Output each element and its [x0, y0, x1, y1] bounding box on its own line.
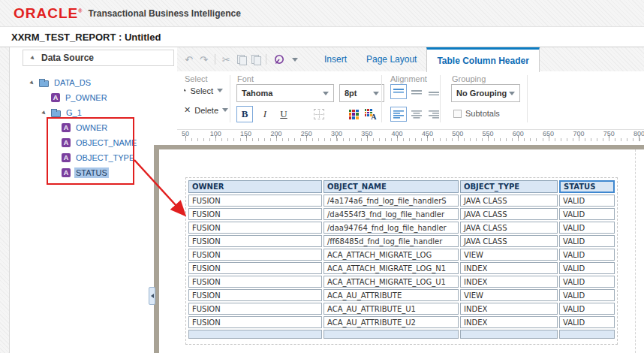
tree-item-p_owner[interactable]: AP_OWNER: [23, 90, 149, 105]
font-family-select[interactable]: Tahoma: [236, 84, 334, 102]
panel-collapse-handle[interactable]: [149, 287, 155, 305]
table-cell[interactable]: ACA_ATTACH_MIGRATE_LOG_N1: [324, 262, 459, 274]
tree-item-object_name[interactable]: AOBJECT_NAME: [23, 135, 149, 150]
tree-item-label[interactable]: OWNER: [74, 122, 109, 133]
table-cell[interactable]: ACA_ATTACH_MIGRATE_LOG_U1: [324, 276, 459, 288]
select-button[interactable]: Select: [184, 86, 223, 95]
table-cell[interactable]: /daa94764_fnd_log_file_handler: [324, 222, 459, 234]
undo-icon[interactable]: ↶: [185, 55, 193, 65]
table-cell[interactable]: VALID: [559, 276, 615, 288]
grouping-select[interactable]: No Grouping: [451, 84, 520, 102]
underline-button[interactable]: U: [275, 106, 292, 122]
copy-icon[interactable]: [237, 55, 245, 64]
table-cell[interactable]: VALID: [559, 208, 615, 220]
cursor-icon: [184, 86, 186, 95]
table-cell[interactable]: VALID: [559, 289, 615, 301]
tree-item-data_ds[interactable]: ▼DATA_DS: [23, 75, 149, 90]
tree-item-label[interactable]: OBJECT_TYPE: [74, 152, 136, 163]
table-cell[interactable]: VALID: [559, 222, 615, 234]
tab-insert[interactable]: Insert: [314, 47, 357, 71]
table-cell[interactable]: JAVA CLASS: [460, 235, 558, 247]
tree-item-object_type[interactable]: AOBJECT_TYPE: [23, 150, 149, 165]
table-cell[interactable]: FUSION: [188, 235, 322, 247]
tree-item-label[interactable]: P_OWNER: [64, 92, 109, 103]
footer-cell[interactable]: [559, 330, 615, 339]
table-cell[interactable]: FUSION: [188, 316, 322, 328]
tree-item-label[interactable]: DATA_DS: [53, 77, 92, 88]
column-header-object_name[interactable]: OBJECT_NAME: [324, 180, 459, 193]
valign-middle-icon: [411, 88, 422, 95]
column-header-owner[interactable]: OWNER: [188, 180, 322, 193]
table-cell[interactable]: VALID: [559, 249, 615, 261]
table-cell[interactable]: VALID: [559, 235, 615, 247]
background-color-button[interactable]: [345, 106, 362, 122]
table-cell[interactable]: FUSION: [188, 195, 322, 207]
table-cell[interactable]: FUSION: [188, 303, 322, 315]
cut-icon[interactable]: ✂: [222, 55, 230, 65]
dropdown-caret-icon[interactable]: [292, 58, 298, 62]
collapse-triangle-icon[interactable]: ▼: [28, 53, 38, 63]
footer-cell[interactable]: [460, 330, 558, 339]
tree-item-g_1[interactable]: ▼G_1: [23, 105, 149, 120]
tree-item-label[interactable]: STATUS: [74, 167, 109, 178]
tree-item-label[interactable]: OBJECT_NAME: [74, 137, 138, 148]
table-cell[interactable]: FUSION: [188, 289, 322, 301]
table-cell[interactable]: JAVA CLASS: [460, 208, 558, 220]
table-cell[interactable]: INDEX: [460, 316, 558, 328]
table-cell[interactable]: ACA_ATTACH_MIGRATE_LOG: [324, 249, 459, 261]
delete-button[interactable]: ✕ Delete: [184, 105, 223, 115]
italic-button[interactable]: I: [257, 106, 273, 122]
table-cell[interactable]: ACA_AU_ATTRIBUTE_U2: [324, 316, 459, 328]
tab-page-layout[interactable]: Page Layout: [357, 47, 426, 71]
table-cell[interactable]: FUSION: [188, 276, 322, 288]
table-cell[interactable]: VALID: [559, 316, 615, 328]
table-cell[interactable]: JAVA CLASS: [460, 195, 558, 207]
column-header-object_type[interactable]: OBJECT_TYPE: [460, 180, 558, 193]
data-options-icon[interactable]: [273, 53, 285, 65]
borders-button[interactable]: [311, 106, 327, 122]
table-cell[interactable]: VALID: [559, 262, 615, 274]
table-cell[interactable]: FUSION: [188, 208, 322, 220]
table-cell[interactable]: INDEX: [460, 262, 558, 274]
tree-item-label[interactable]: G_1: [65, 107, 83, 118]
report-table[interactable]: OWNEROBJECT_NAMEOBJECT_TYPESTATUSFUSION/…: [187, 179, 616, 340]
tree-item-status[interactable]: ASTATUS: [23, 165, 149, 180]
table-cell[interactable]: FUSION: [188, 249, 322, 261]
font-color-button[interactable]: A: [362, 106, 378, 122]
table-cell[interactable]: VIEW: [460, 289, 558, 301]
table-cell[interactable]: VALID: [559, 303, 615, 315]
tab-table-column-header[interactable]: Table Column Header: [426, 47, 539, 72]
table-cell[interactable]: JAVA CLASS: [460, 222, 558, 234]
table-cell[interactable]: VIEW: [460, 249, 558, 261]
subtotals-checkbox[interactable]: [453, 110, 462, 118]
valign-top-button[interactable]: [390, 84, 407, 99]
tree-item-owner[interactable]: AOWNER: [23, 120, 149, 135]
halign-left-button[interactable]: [390, 107, 407, 122]
redo-icon[interactable]: ↷: [200, 55, 208, 65]
table-cell[interactable]: INDEX: [460, 276, 558, 288]
table-cell[interactable]: /4a174a6_fnd_log_file_handlerS: [324, 195, 459, 207]
table-cell[interactable]: FUSION: [188, 262, 322, 274]
table-cell[interactable]: ACA_AU_ATTRIBUTE_U1: [324, 303, 459, 315]
expand-triangle-icon[interactable]: ▼: [27, 78, 37, 88]
group-divider: [440, 75, 441, 122]
footer-cell[interactable]: [188, 330, 322, 339]
font-size-select[interactable]: 8pt: [339, 84, 384, 102]
bold-button[interactable]: B: [236, 106, 253, 122]
valign-middle-button[interactable]: [408, 84, 425, 99]
table-cell[interactable]: /ff68485d_fnd_log_file_handler: [324, 235, 459, 247]
paste-icon[interactable]: [251, 55, 259, 64]
column-header-status[interactable]: STATUS: [559, 180, 615, 193]
table-cell[interactable]: ACA_AU_ATTRIBUTE: [324, 289, 459, 301]
table-cell[interactable]: VALID: [559, 195, 615, 207]
ruler-label: 650: [543, 130, 554, 137]
table-cell[interactable]: FUSION: [188, 222, 322, 234]
subtotals-option[interactable]: Subtotals: [453, 109, 500, 118]
table-cell[interactable]: INDEX: [460, 303, 558, 315]
data-source-tree: ▼DATA_DSAP_OWNER▼G_1AOWNERAOBJECT_NAMEAO…: [23, 75, 149, 180]
data-source-panel-header[interactable]: ▼ Data Source: [23, 50, 174, 66]
halign-center-button[interactable]: [408, 107, 425, 122]
expand-triangle-icon[interactable]: ▼: [39, 108, 49, 118]
footer-cell[interactable]: [324, 330, 459, 339]
table-cell[interactable]: /da4554f3_fnd_log_file_handler: [324, 208, 459, 220]
